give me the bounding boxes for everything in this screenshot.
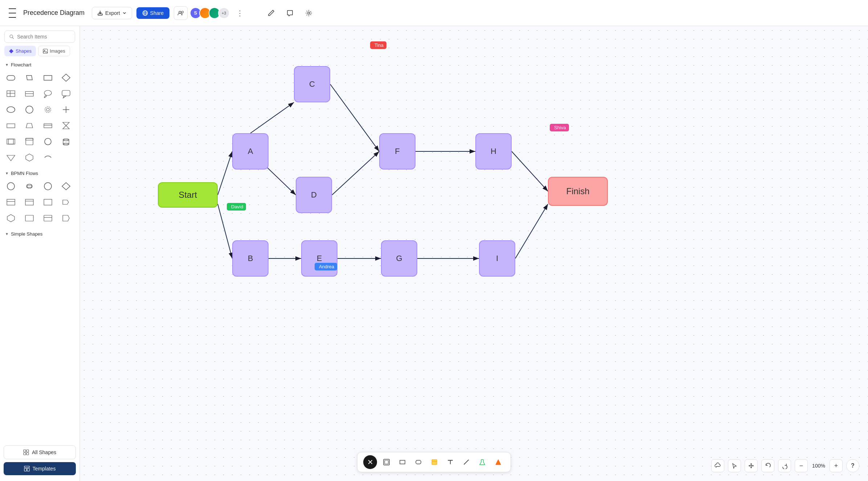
section-bpmn[interactable]: ▼ BPMN Flows	[4, 168, 76, 178]
bpmn-shape-10[interactable]	[22, 211, 37, 225]
node-g[interactable]: G	[381, 240, 417, 277]
shape-thought[interactable]	[41, 86, 55, 101]
svg-rect-61	[26, 450, 29, 452]
svg-point-28	[45, 107, 51, 113]
shape-hexagon[interactable]	[22, 150, 37, 165]
shape-gear[interactable]	[41, 102, 55, 117]
node-a[interactable]: A	[232, 133, 269, 170]
comment-button[interactable]	[283, 7, 296, 20]
shape-plus[interactable]	[59, 102, 73, 117]
shapes-content: ▼ Flowchart	[0, 59, 79, 442]
svg-point-40	[45, 138, 51, 145]
tab-shapes[interactable]: Shapes	[4, 46, 36, 56]
close-button[interactable]: ✕	[363, 455, 377, 469]
collaborate-button[interactable]	[174, 6, 188, 20]
shape-banner[interactable]	[4, 118, 18, 133]
cursor-icon	[731, 462, 738, 469]
tool-cone[interactable]	[492, 456, 505, 469]
node-d[interactable]: D	[296, 177, 332, 213]
bpmn-shape-4[interactable]	[59, 179, 73, 193]
svg-point-22	[44, 97, 45, 98]
tool-frame[interactable]	[380, 456, 393, 469]
bpmn-shape-1[interactable]	[4, 179, 18, 193]
bottom-buttons: All Shapes Templates	[0, 442, 79, 481]
search-box[interactable]	[4, 30, 75, 43]
bpmn-shape-3[interactable]	[41, 179, 55, 193]
bpmn-shape-2[interactable]	[22, 179, 37, 193]
tab-images[interactable]: Images	[38, 46, 70, 56]
node-e[interactable]: E	[301, 240, 337, 277]
tool-beaker[interactable]	[476, 456, 489, 469]
node-b[interactable]: B	[232, 240, 269, 277]
node-finish[interactable]: Finish	[548, 177, 608, 206]
shape-diamond[interactable]	[59, 70, 73, 85]
move-tool-button[interactable]	[745, 459, 758, 472]
shape-rounded-rect[interactable]	[4, 70, 18, 85]
shape-multi-rect[interactable]	[22, 86, 37, 101]
section-flowchart[interactable]: ▼ Flowchart	[4, 59, 76, 69]
bpmn-shape-7[interactable]	[41, 195, 55, 209]
undo-button[interactable]	[761, 459, 774, 472]
node-start[interactable]: Start	[158, 182, 218, 208]
all-shapes-button[interactable]: All Shapes	[4, 445, 76, 459]
export-button[interactable]: Export	[92, 7, 132, 19]
shape-circle[interactable]	[22, 102, 37, 117]
bpmn-shape-11[interactable]	[41, 211, 55, 225]
tool-line[interactable]	[460, 456, 473, 469]
cloud-button[interactable]	[711, 459, 724, 472]
more-options-button[interactable]: ⋮	[234, 7, 246, 19]
shape-grid[interactable]	[4, 86, 18, 101]
node-c[interactable]: C	[294, 66, 330, 102]
shape-rect-alt[interactable]	[41, 118, 55, 133]
shape-cylinder[interactable]	[59, 134, 73, 149]
templates-button[interactable]: Templates	[4, 462, 76, 475]
bpmn-shape-9[interactable]	[4, 211, 18, 225]
shape-speech-bubble[interactable]	[59, 86, 73, 101]
cone-icon	[495, 458, 502, 466]
help-button[interactable]: ?	[846, 459, 859, 472]
templates-icon	[24, 466, 30, 472]
cursor-tool-button[interactable]	[728, 459, 741, 472]
shape-triangle-down[interactable]	[4, 150, 18, 165]
node-h[interactable]: H	[475, 133, 512, 170]
tool-text[interactable]	[444, 456, 457, 469]
line-icon	[463, 458, 470, 466]
shape-circle-alt[interactable]	[41, 134, 55, 149]
shape-doc[interactable]	[22, 134, 37, 149]
canvas[interactable]: Start A B C D E F G H I Finish Tina Shiv…	[80, 26, 868, 481]
shape-double-rect[interactable]	[4, 134, 18, 149]
tool-sticky[interactable]	[428, 456, 441, 469]
svg-point-27	[46, 108, 49, 111]
bpmn-shape-12[interactable]	[59, 211, 73, 225]
svg-marker-56	[7, 215, 15, 222]
node-f[interactable]: F	[379, 133, 415, 170]
bpmn-shape-6[interactable]	[22, 195, 37, 209]
diamond-icon	[9, 49, 14, 54]
settings-button[interactable]	[302, 7, 315, 20]
shape-parallelogram[interactable]	[22, 70, 37, 85]
zoom-in-button[interactable]: +	[830, 459, 843, 472]
shape-hourglass[interactable]	[59, 118, 73, 133]
shape-oval[interactable]	[4, 102, 18, 117]
search-input[interactable]	[17, 34, 70, 40]
svg-rect-60	[24, 450, 26, 452]
share-button[interactable]: Share	[136, 7, 169, 19]
shape-angle[interactable]	[41, 150, 55, 165]
zoom-out-button[interactable]: −	[795, 459, 808, 472]
svg-point-46	[7, 183, 15, 190]
tool-rounded-rect[interactable]	[412, 456, 425, 469]
bpmn-shape-5[interactable]	[4, 195, 18, 209]
node-i[interactable]: I	[479, 240, 515, 277]
bpmn-shape-8[interactable]	[59, 195, 73, 209]
shape-rect[interactable]	[41, 70, 55, 85]
redo-button[interactable]	[778, 459, 791, 472]
hamburger-button[interactable]	[6, 7, 19, 20]
section-simple-shapes[interactable]: ▼ Simple Shapes	[4, 228, 76, 238]
tool-rect[interactable]	[396, 456, 409, 469]
shape-trapezoid[interactable]	[22, 118, 37, 133]
svg-rect-55	[44, 199, 52, 205]
svg-rect-23	[62, 90, 70, 96]
sticky-icon	[431, 458, 438, 466]
edit-icon-button[interactable]	[265, 7, 278, 20]
svg-marker-50	[62, 183, 70, 190]
